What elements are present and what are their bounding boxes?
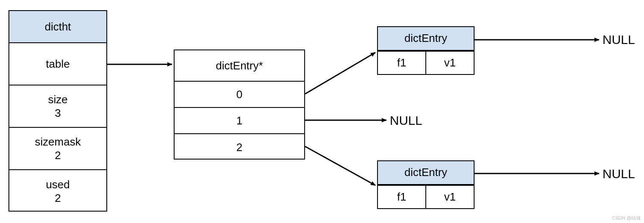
entry-bottom-title: dictEntry (404, 166, 447, 179)
entry-bottom-kv-row: f1 v1 (378, 185, 474, 209)
entry-top-val-cell: v1 (426, 52, 474, 74)
bucket-box: dictEntry* 0 1 2 (174, 50, 305, 160)
bucket-header: dictEntry* (175, 50, 304, 82)
dictht-row-size: size 3 (9, 85, 106, 128)
dictht-header: dictht (9, 11, 106, 43)
dictht-row-used-label: used (46, 178, 69, 192)
entry-top-val: v1 (444, 56, 455, 69)
entry-bottom-key-cell: f1 (378, 186, 426, 209)
svg-line-1 (305, 52, 375, 94)
bucket-slot-1: 1 (175, 108, 304, 134)
svg-line-3 (305, 146, 375, 185)
entry-top-header: dictEntry (378, 27, 474, 51)
entry-top-key: f1 (397, 56, 406, 69)
bucket-slot-0: 0 (175, 82, 304, 108)
bucket-title: dictEntry* (216, 59, 263, 72)
entry-bottom-key: f1 (397, 190, 406, 204)
dictht-row-sizemask-label: sizemask (35, 135, 80, 149)
dictht-row-size-value: 3 (55, 106, 61, 120)
dictht-row-sizemask-value: 2 (55, 149, 61, 162)
entry-bottom-val-cell: v1 (426, 186, 474, 209)
bucket-slot-2-label: 2 (236, 141, 242, 154)
dictht-row-used: used 2 (9, 170, 106, 212)
entry-top-key-cell: f1 (378, 52, 426, 74)
bucket-slot-0-label: 0 (236, 88, 242, 101)
entry-top-title: dictEntry (404, 32, 447, 45)
dictht-row-table-label: table (46, 58, 69, 71)
dictht-row-table: table (9, 43, 106, 85)
entry-top-kv-row: f1 v1 (378, 51, 474, 74)
dictht-box: dictht table size 3 sizemask 2 used 2 (8, 10, 107, 212)
null-bottom: NULL (602, 167, 635, 181)
bucket-slot-1-label: 1 (236, 114, 242, 127)
entry-top-box: dictEntry f1 v1 (377, 26, 475, 75)
entry-bottom-val: v1 (444, 190, 455, 204)
watermark: CSDN @结城 (612, 215, 641, 221)
entry-bottom-header: dictEntry (378, 161, 474, 185)
dictht-row-size-label: size (48, 93, 67, 107)
dictht-row-sizemask: sizemask 2 (9, 128, 106, 170)
dictht-row-used-value: 2 (55, 191, 61, 205)
dictht-title: dictht (44, 20, 71, 33)
entry-bottom-box: dictEntry f1 v1 (377, 160, 475, 209)
null-mid: NULL (390, 113, 422, 128)
null-top: NULL (602, 33, 635, 47)
bucket-slot-2: 2 (175, 134, 304, 160)
